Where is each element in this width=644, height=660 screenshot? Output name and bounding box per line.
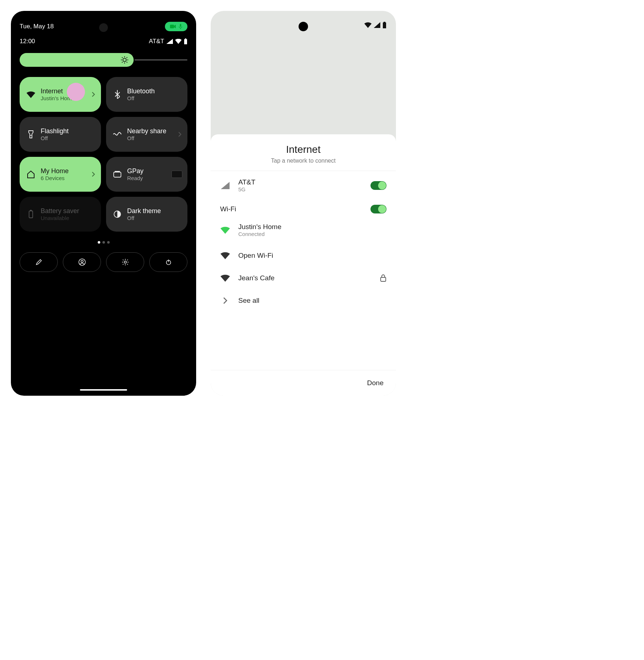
svg-rect-2 [184,39,187,44]
svg-rect-0 [170,25,174,28]
tile-subtitle: Off [127,215,161,221]
status-bar-right [364,22,386,28]
see-all-label: See all [238,297,259,305]
network-status: Connected [238,231,282,237]
power-button[interactable] [149,252,187,272]
battery-icon [184,38,187,44]
qs-footer [20,252,187,272]
recording-indicator[interactable] [165,22,187,31]
tile-title: Bluetooth [127,87,155,95]
chevron-right-icon [178,131,182,137]
tile-title: Dark theme [127,207,161,215]
tile-title: GPay [127,167,143,175]
qs-tile-dark-theme[interactable]: Dark themeOff [106,197,187,232]
wifi-section: Wi-Fi [211,200,396,216]
user-icon [78,258,86,266]
power-icon [165,259,172,265]
wifi-toggle[interactable] [370,205,386,213]
svg-line-11 [122,62,123,63]
mobile-network-row[interactable]: AT&T 5G [211,171,396,200]
tile-subtitle: Off [41,135,69,141]
quick-settings-panel: Tue, May 18 12:00 AT&T InternetJustin's … [11,11,196,396]
network-name: Open Wi-Fi [238,252,273,260]
svg-rect-24 [384,22,385,23]
battery-icon [26,210,36,219]
mobile-toggle[interactable] [370,181,386,190]
signal-icon [166,39,173,44]
svg-rect-25 [381,277,386,281]
svg-rect-1 [180,24,181,27]
wallet-icon [113,171,122,178]
page-dot [107,241,110,244]
tile-subtitle: Off [127,135,166,141]
svg-point-13 [31,135,32,136]
tile-title: Nearby share [127,127,166,135]
brightness-icon [121,56,129,64]
signal-icon [374,22,380,28]
tap-indicator [67,83,85,101]
tile-subtitle: Ready [127,175,143,181]
flashlight-icon [26,130,36,139]
camera-icon [170,24,176,29]
tile-subtitle: 6 Devices [41,175,69,181]
svg-line-12 [127,57,127,58]
time-label: 12:00 [20,38,35,45]
qs-tile-gpay[interactable]: GPayReady [106,157,187,192]
chevron-right-icon [92,171,95,177]
svg-point-20 [124,261,126,263]
home-icon [26,170,36,178]
battery-icon [382,22,386,28]
svg-point-19 [81,260,83,262]
wifi-icon [220,252,230,259]
signal-icon [221,182,230,189]
done-button[interactable]: Done [211,370,396,396]
svg-line-9 [122,57,123,58]
page-indicator [20,241,187,244]
qs-tile-bluetooth[interactable]: BluetoothOff [106,77,187,112]
svg-rect-23 [383,23,386,28]
svg-line-10 [127,62,127,63]
camera-hole-icon [299,22,308,31]
network-list: Justin's HomeConnectedOpen Wi-FiJean's C… [211,216,396,289]
mic-icon [179,24,182,29]
network-row[interactable]: Jean's Cafe [211,267,396,289]
qs-tile-flashlight[interactable]: FlashlightOff [20,117,101,152]
pencil-icon [36,259,42,265]
gesture-bar[interactable] [80,389,127,391]
tile-title: Battery saver [41,207,79,215]
sheet-title: Internet [211,144,396,155]
mobile-name: AT&T [238,178,255,186]
qs-tile-my-home[interactable]: My Home6 Devices [20,157,101,192]
svg-rect-16 [30,210,32,211]
settings-button[interactable] [106,252,144,272]
svg-rect-14 [114,172,121,177]
gear-icon [122,258,129,266]
brightness-slider[interactable] [20,53,187,67]
qs-tile-internet[interactable]: InternetJustin's Home [20,77,101,112]
card-thumbnail [171,171,182,178]
svg-rect-15 [29,211,33,218]
sheet-header: Internet Tap a network to connect [211,134,396,171]
network-row[interactable]: Justin's HomeConnected [211,216,396,244]
status-bar-second: 12:00 AT&T [20,38,187,45]
internet-panel-phone: Internet Tap a network to connect AT&T 5… [211,11,396,396]
sheet-subtitle: Tap a network to connect [211,158,396,164]
qs-tiles-grid: InternetJustin's HomeBluetoothOffFlashli… [20,77,187,232]
chevron-right-icon [223,297,228,304]
wifi-icon [26,91,36,98]
tile-subtitle: Unavailable [41,215,79,221]
svg-rect-3 [185,38,186,39]
edit-button[interactable] [20,252,58,272]
wifi-label: Wi-Fi [220,205,236,213]
network-row[interactable]: Open Wi-Fi [211,244,396,267]
user-button[interactable] [63,252,101,272]
see-all-row[interactable]: See all [211,289,396,312]
network-name: Jean's Cafe [238,274,275,282]
chevron-right-icon [92,91,95,97]
qs-tile-battery-saver[interactable]: Battery saverUnavailable [20,197,101,232]
wifi-icon [220,227,230,234]
wifi-icon [364,22,372,28]
bluetooth-icon [113,90,122,99]
network-name: Justin's Home [238,223,282,231]
qs-tile-nearby-share[interactable]: Nearby shareOff [106,117,187,152]
